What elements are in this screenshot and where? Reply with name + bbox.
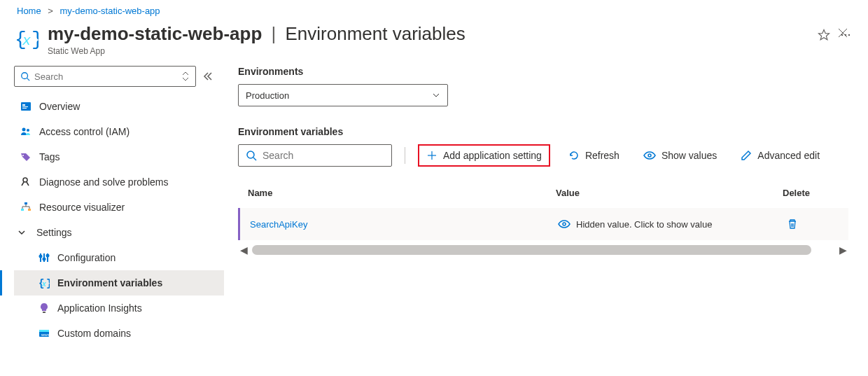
svg-rect-13 <box>22 106 28 107</box>
nav-label: Resource visualizer <box>39 202 125 213</box>
toolbar-search-input[interactable] <box>262 150 385 161</box>
collapse-sidebar-icon[interactable] <box>203 71 213 81</box>
col-delete-header: Delete <box>783 188 839 198</box>
trash-icon <box>787 218 798 230</box>
setting-value-cell[interactable]: Hidden value. Click to show value <box>558 219 783 230</box>
chevron-down-icon <box>432 91 440 99</box>
nav-custom-domains[interactable]: www Custom domains <box>14 321 224 346</box>
nav-label: Settings <box>36 227 72 238</box>
nav-label: Overview <box>39 101 80 112</box>
environment-selected-value: Production <box>246 90 289 101</box>
refresh-button[interactable]: Refresh <box>563 144 625 167</box>
svg-point-16 <box>27 129 29 132</box>
nav-label: Application Insights <box>57 302 142 314</box>
svg-marker-3 <box>819 30 830 40</box>
sidebar-search-input[interactable] <box>34 67 181 86</box>
toolbar-search[interactable] <box>238 144 392 167</box>
toolbar-divider <box>405 147 405 164</box>
svg-rect-20 <box>21 209 24 211</box>
pencil-icon <box>741 150 752 161</box>
nav-label: Diagnose and solve problems <box>39 176 168 188</box>
custom-domains-icon: www <box>38 327 50 340</box>
setting-name-link[interactable]: SearchApiKey <box>250 219 558 230</box>
nav-app-insights[interactable]: Application Insights <box>14 295 224 321</box>
close-icon[interactable] <box>837 27 848 39</box>
breadcrumb: Home > my-demo-static-web-app <box>0 0 868 19</box>
col-value-header[interactable]: Value <box>556 188 783 198</box>
refresh-icon <box>568 150 580 161</box>
nav-label: Custom domains <box>57 328 131 339</box>
advanced-edit-button[interactable]: Advanced edit <box>735 144 825 167</box>
nav-resource-visualizer[interactable]: Resource visualizer <box>14 195 224 220</box>
page-header: { x } my-demo-static-web-app | Environme… <box>0 19 868 63</box>
nav-label: Configuration <box>57 252 115 263</box>
show-values-button[interactable]: Show values <box>638 144 722 167</box>
svg-rect-33 <box>39 330 49 332</box>
sidebar-search[interactable] <box>14 66 196 87</box>
plus-icon <box>426 150 438 161</box>
eye-icon <box>558 219 570 229</box>
nav-tags[interactable]: Tags <box>14 144 224 169</box>
svg-line-36 <box>253 158 256 160</box>
toolbar: Add application setting Refresh Show val… <box>238 144 848 167</box>
button-label: Refresh <box>585 150 620 161</box>
svg-point-27 <box>47 255 49 257</box>
svg-point-35 <box>247 151 254 158</box>
search-icon <box>20 71 30 81</box>
resource-name: my-demo-static-web-app <box>48 23 262 44</box>
button-label: Advanced edit <box>757 150 820 161</box>
svg-text:}: } <box>46 278 50 288</box>
breadcrumb-home[interactable]: Home <box>17 6 41 16</box>
svg-rect-14 <box>22 108 27 109</box>
svg-point-6 <box>848 34 850 36</box>
access-control-icon <box>20 125 32 138</box>
horizontal-scrollbar[interactable]: ◀ ▶ <box>238 244 848 256</box>
sidebar: Overview Access control (IAM) Tags Diagn… <box>0 63 224 376</box>
svg-point-15 <box>22 128 26 132</box>
eye-icon <box>643 150 656 161</box>
breadcrumb-separator: > <box>48 6 53 16</box>
nav-label: Environment variables <box>57 277 162 288</box>
nav-environment-variables[interactable]: {x} Environment variables <box>14 270 224 295</box>
add-application-setting-button[interactable]: Add application setting <box>418 144 550 167</box>
environments-label: Environments <box>238 66 848 77</box>
nav-configuration[interactable]: Configuration <box>14 245 224 270</box>
nav-settings-group[interactable]: Settings <box>14 220 224 245</box>
tags-icon <box>20 151 32 163</box>
svg-point-39 <box>648 154 651 157</box>
svg-rect-19 <box>24 202 27 204</box>
nav-access-control[interactable]: Access control (IAM) <box>14 119 224 144</box>
title-separator: | <box>272 23 276 44</box>
svg-point-18 <box>23 178 27 182</box>
svg-text:www: www <box>41 333 50 337</box>
page-title: my-demo-static-web-app | Environment var… <box>48 23 818 45</box>
scroll-thumb[interactable] <box>252 245 811 255</box>
table-header: Name Value Delete <box>238 182 848 208</box>
svg-rect-31 <box>43 312 46 313</box>
nav-label: Access control (IAM) <box>39 126 130 137</box>
hidden-value-text: Hidden value. Click to show value <box>576 219 712 230</box>
button-label: Show values <box>662 150 717 161</box>
scroll-left-icon[interactable]: ◀ <box>238 244 249 256</box>
nav-diagnose[interactable]: Diagnose and solve problems <box>14 169 224 195</box>
nav-overview[interactable]: Overview <box>14 94 224 119</box>
section-title: Environment variables <box>286 23 465 44</box>
env-vars-label: Environment variables <box>238 126 848 137</box>
app-insights-icon <box>38 302 50 314</box>
favorite-icon[interactable] <box>818 29 830 41</box>
search-icon <box>246 150 257 161</box>
scroll-right-icon[interactable]: ▶ <box>837 244 848 256</box>
svg-text:}: } <box>31 29 38 50</box>
scroll-track[interactable] <box>252 245 834 255</box>
environment-select[interactable]: Production <box>238 84 448 106</box>
resource-type-icon: { x } <box>14 26 39 51</box>
button-label: Add application setting <box>443 150 542 161</box>
overview-icon <box>20 100 32 113</box>
env-vars-icon: {x} <box>38 277 50 289</box>
sort-icon[interactable] <box>181 71 190 81</box>
breadcrumb-resource[interactable]: my-demo-static-web-app <box>60 6 160 16</box>
col-name-header[interactable]: Name <box>248 188 556 198</box>
svg-rect-21 <box>28 209 31 211</box>
delete-button[interactable] <box>783 218 839 230</box>
nav-label: Tags <box>39 151 60 162</box>
